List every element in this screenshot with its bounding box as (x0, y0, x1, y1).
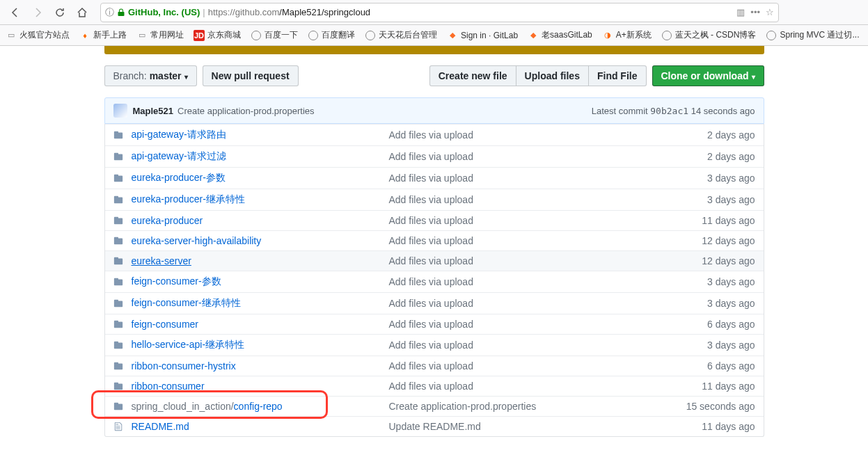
back-button[interactable] (6, 3, 25, 22)
bookmark-item[interactable]: 天天花后台管理 (365, 29, 437, 41)
commit-message[interactable]: Add files via upload (389, 235, 658, 246)
commit-message[interactable]: Add files via upload (389, 360, 658, 372)
bookmark-item[interactable]: Spring MVC 通过切... (766, 29, 859, 41)
repo-file-nav: Branch: master▾ New pull request Create … (104, 65, 764, 86)
commit-message[interactable]: Create application-prod.properties (177, 106, 315, 116)
file-age: 3 days ago (658, 340, 755, 351)
avatar (113, 104, 127, 118)
file-link[interactable]: feign-consumer-继承特性 (132, 297, 241, 308)
bookmark-item[interactable]: ♦新手上路 (79, 29, 127, 41)
home-button[interactable] (72, 3, 92, 22)
table-row: ribbon-consumer-hystrixAdd files via upl… (105, 356, 764, 376)
folder-icon (113, 195, 125, 205)
table-row: eureka-producer-继承特性Add files via upload… (105, 189, 764, 210)
reload-button[interactable] (50, 3, 70, 22)
commit-message[interactable]: Add files via upload (389, 173, 658, 184)
file-link[interactable]: README.md (132, 421, 189, 432)
file-link[interactable]: eureka-server-high-availability (132, 235, 262, 246)
file-name: feign-consumer-继承特性 (132, 297, 389, 310)
folder-icon (113, 256, 125, 266)
table-row: eureka-server-high-availabilityAdd files… (105, 230, 764, 250)
commit-sha[interactable]: 90b2ac1 (650, 106, 688, 116)
branch-select-button[interactable]: Branch: master▾ (104, 65, 197, 86)
folder-icon (113, 361, 125, 371)
file-name: README.md (132, 421, 389, 432)
bookmark-item[interactable]: ▭常用网址 (136, 29, 184, 41)
file-link[interactable]: feign-consumer (132, 319, 199, 330)
bookmarks-bar: ▭火狐官方站点♦新手上路▭常用网址JD京东商城百度一下百度翻译天天花后台管理◆S… (0, 25, 868, 46)
bookmark-item[interactable]: ◆老saasGitLab (528, 29, 592, 41)
file-link[interactable]: hello-service-api-继承特性 (132, 339, 245, 350)
file-name: ribbon-consumer-hystrix (132, 360, 389, 372)
commit-message[interactable]: Update README.md (389, 421, 658, 432)
file-age: 12 days ago (658, 255, 755, 266)
site-identity: GitHub, Inc. (US) (128, 7, 200, 17)
file-icon (113, 422, 125, 431)
file-age: 11 days ago (658, 215, 755, 226)
table-row: feign-consumerAdd files via upload6 days… (105, 314, 764, 334)
file-link[interactable]: eureka-producer-继承特性 (132, 193, 245, 205)
table-row: api-gateway-请求过滤Add files via upload2 da… (105, 145, 764, 167)
file-name: feign-consumer-参数 (132, 276, 389, 288)
folder-icon (113, 152, 125, 161)
file-name: hello-service-api-继承特性 (132, 339, 389, 351)
info-icon: ⓘ (105, 6, 114, 19)
commit-message[interactable]: Add files via upload (389, 255, 658, 266)
create-new-file-button[interactable]: Create new file (429, 65, 516, 86)
table-row: hello-service-api-继承特性Add files via uplo… (105, 334, 764, 356)
file-age: 3 days ago (658, 173, 755, 184)
commit-message[interactable]: Add files via upload (389, 129, 658, 141)
bookmark-item[interactable]: ▭火狐官方站点 (6, 29, 70, 41)
file-age: 3 days ago (658, 298, 755, 309)
table-row: eureka-producerAdd files via upload11 da… (105, 210, 764, 230)
file-link[interactable]: ribbon-consumer (132, 381, 205, 392)
file-link[interactable]: eureka-producer (132, 215, 203, 226)
forward-button[interactable] (28, 3, 47, 22)
file-link[interactable]: ribbon-consumer-hystrix (132, 360, 236, 372)
bookmark-item[interactable]: 百度一下 (251, 29, 298, 41)
file-list: api-gateway-请求路由Add files via upload2 da… (104, 124, 764, 437)
commit-message[interactable]: Add files via upload (389, 194, 658, 205)
reader-icon[interactable]: ▥ (736, 7, 745, 17)
file-name: api-gateway-请求路由 (132, 129, 389, 141)
commit-author[interactable]: Maple521 (133, 106, 174, 116)
commit-tease: Maple521 Create application-prod.propert… (104, 97, 764, 124)
bookmark-item[interactable]: JD京东商城 (194, 29, 241, 41)
bookmark-item[interactable]: ◆Sign in · GitLab (447, 30, 518, 41)
file-name: feign-consumer (132, 319, 389, 330)
file-age: 2 days ago (658, 129, 755, 141)
file-name: api-gateway-请求过滤 (132, 150, 389, 163)
file-link[interactable]: api-gateway-请求过滤 (132, 150, 226, 161)
new-pull-request-button[interactable]: New pull request (203, 65, 299, 86)
clone-download-button[interactable]: Clone or download▾ (652, 65, 764, 86)
commit-message[interactable]: Add files via upload (389, 215, 658, 226)
table-row: eureka-producer-参数Add files via upload3 … (105, 167, 764, 189)
find-file-button[interactable]: Find File (588, 65, 647, 86)
table-row: feign-consumer-继承特性Add files via upload3… (105, 292, 764, 314)
menu-dots-icon[interactable]: ••• (750, 7, 760, 17)
file-name: eureka-producer-继承特性 (132, 193, 389, 206)
browser-toolbar: ⓘ GitHub, Inc. (US) | https://github.com… (0, 0, 868, 25)
commit-message[interactable]: Add files via upload (389, 151, 658, 162)
bookmark-item[interactable]: ◑A+新系统 (602, 29, 652, 41)
commit-message[interactable]: Add files via upload (389, 298, 658, 309)
commit-message[interactable]: Add files via upload (389, 381, 658, 392)
upload-files-button[interactable]: Upload files (516, 65, 589, 86)
file-link[interactable]: api-gateway-请求路由 (132, 129, 226, 140)
commit-message[interactable]: Add files via upload (389, 340, 658, 351)
file-name: ribbon-consumer (132, 381, 389, 392)
bookmark-star-icon[interactable]: ☆ (766, 7, 774, 17)
file-link[interactable]: eureka-producer-参数 (132, 172, 226, 183)
file-link[interactable]: config-repo (234, 401, 283, 412)
file-age: 3 days ago (658, 276, 755, 287)
commit-message[interactable]: Add files via upload (389, 319, 658, 330)
commit-message[interactable]: Add files via upload (389, 276, 658, 287)
table-row: feign-consumer-参数Add files via upload3 d… (105, 271, 764, 292)
url-bar[interactable]: ⓘ GitHub, Inc. (US) | https://github.com… (100, 3, 779, 22)
lock-icon (117, 8, 125, 17)
file-link[interactable]: feign-consumer-参数 (132, 276, 221, 287)
bookmark-item[interactable]: 百度翻译 (308, 29, 355, 41)
file-link[interactable]: eureka-server (132, 255, 191, 266)
bookmark-item[interactable]: 蓝天之枫 - CSDN博客 (661, 29, 757, 41)
commit-message[interactable]: Create application-prod.properties (389, 401, 658, 412)
